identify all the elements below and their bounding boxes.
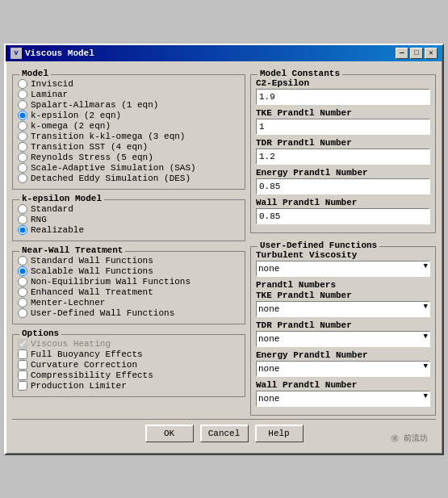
checkbox-curvature-label: Curvature Correction [31, 360, 137, 370]
select-udf-tdr-prandtl[interactable]: none [256, 331, 430, 347]
prandtl-numbers-label: Prandtl Numbers [256, 280, 430, 290]
radio-std-wall-input[interactable] [18, 256, 27, 266]
model-group-title: Model [19, 69, 51, 78]
radio-menter-label: Menter-Lechner [31, 298, 105, 308]
select-udf-energy-prandtl[interactable]: none [256, 361, 430, 377]
radio-transition-kk[interactable]: Transition k-kl-omega (3 eqn) [18, 132, 240, 141]
field-tdr-prandtl-input[interactable] [256, 149, 430, 165]
field-tke-prandtl-label: TKE Prandtl Number [256, 108, 430, 118]
radio-k-omega[interactable]: k-omega (2 eqn) [18, 121, 240, 131]
checkbox-curvature-input[interactable] [18, 360, 27, 370]
radio-transition-sst-label: Transition SST (4 eqn) [31, 142, 148, 152]
radio-sas-input[interactable] [18, 163, 27, 173]
title-buttons: — □ ✕ [396, 48, 438, 59]
select-udf-wall-prandtl[interactable]: none [256, 391, 430, 407]
radio-reynolds-input[interactable] [18, 153, 27, 162]
checkbox-compressibility[interactable]: Compressibility Effects [18, 370, 240, 380]
radio-std-wall-label: Standard Wall Functions [31, 256, 153, 266]
radio-inviscid-input[interactable] [18, 79, 27, 89]
cancel-button[interactable]: Cancel [200, 425, 249, 442]
radio-transition-kk-input[interactable] [18, 132, 27, 141]
radio-enhanced-wall-input[interactable] [18, 287, 27, 297]
checkbox-compressibility-label: Compressibility Effects [31, 370, 153, 380]
field-tdr-prandtl-label: TDR Prandtl Number [256, 138, 430, 148]
select-udf-tke-prandtl-wrapper: none [256, 301, 430, 317]
radio-spalart[interactable]: Spalart-Allmaras (1 eqn) [18, 100, 240, 110]
model-group: Model Inviscid Laminar Spalart-Allmaras … [12, 74, 245, 190]
radio-spalart-input[interactable] [18, 100, 27, 110]
field-tke-prandtl: TKE Prandtl Number [256, 108, 430, 135]
radio-transition-sst-input[interactable] [18, 142, 27, 152]
field-turbulent-viscosity-label: Turbulent Viscosity [256, 250, 430, 260]
k-epsilon-group: k-epsilon Model Standard RNG Realizable [12, 199, 245, 241]
radio-laminar-input[interactable] [18, 90, 27, 99]
radio-rng[interactable]: RNG [18, 215, 240, 224]
ok-button[interactable]: OK [145, 425, 194, 442]
checkbox-production[interactable]: Production Limiter [18, 381, 240, 391]
radio-transition-sst[interactable]: Transition SST (4 eqn) [18, 142, 240, 152]
select-udf-wall-prandtl-wrapper: none [256, 391, 430, 407]
radio-menter-input[interactable] [18, 298, 27, 308]
radio-sas-label: Scale-Adaptive Simulation (SAS) [31, 163, 196, 173]
options-group: Options Viscous Heating Full Buoyancy Ef… [12, 334, 245, 397]
select-udf-tke-prandtl[interactable]: none [256, 301, 430, 317]
checkbox-compressibility-input[interactable] [18, 370, 27, 380]
checkbox-production-label: Production Limiter [31, 381, 127, 391]
select-udf-tdr-prandtl-wrapper: none [256, 331, 430, 347]
radio-user-wall[interactable]: User-Defined Wall Functions [18, 308, 240, 318]
radio-laminar-label: Laminar [31, 90, 68, 99]
field-c2-epsilon-input[interactable] [256, 89, 430, 105]
field-c2-epsilon-label: C2-Epsilon [256, 78, 430, 88]
field-energy-prandtl-input[interactable] [256, 178, 430, 195]
radio-realizable[interactable]: Realizable [18, 225, 240, 235]
radio-realizable-input[interactable] [18, 225, 27, 235]
field-c2-epsilon: C2-Epsilon [256, 78, 430, 105]
field-wall-prandtl-input[interactable] [256, 208, 430, 224]
radio-menter[interactable]: Menter-Lechner [18, 298, 240, 308]
checkbox-viscous-heating[interactable]: Viscous Heating [18, 339, 240, 349]
field-udf-tke-prandtl-label: TKE Prandtl Number [256, 291, 430, 300]
dialog-title: Viscous Model [25, 48, 94, 58]
title-bar: V Viscous Model — □ ✕ [6, 45, 442, 61]
radio-user-wall-input[interactable] [18, 308, 27, 318]
help-button[interactable]: Help [255, 425, 304, 442]
radio-std-wall[interactable]: Standard Wall Functions [18, 256, 240, 266]
radio-rng-input[interactable] [18, 215, 27, 224]
checkbox-buoyancy-input[interactable] [18, 349, 27, 359]
options-group-title: Options [19, 329, 61, 338]
radio-enhanced-wall-label: Enhanced Wall Treatment [31, 287, 153, 297]
radio-inviscid[interactable]: Inviscid [18, 79, 240, 89]
radio-des[interactable]: Detached Eddy Simulation (DES) [18, 174, 240, 183]
select-turbulent-viscosity[interactable]: none [256, 261, 430, 277]
radio-standard-input[interactable] [18, 204, 27, 214]
checkbox-production-input[interactable] [18, 381, 27, 391]
checkbox-curvature[interactable]: Curvature Correction [18, 360, 240, 370]
radio-k-omega-input[interactable] [18, 121, 27, 131]
bottom-bar: OK Cancel Help ㊝ 前流坊 [12, 419, 436, 447]
radio-non-eq-wall-input[interactable] [18, 277, 27, 287]
radio-enhanced-wall[interactable]: Enhanced Wall Treatment [18, 287, 240, 297]
radio-transition-kk-label: Transition k-kl-omega (3 eqn) [31, 132, 185, 141]
radio-scalable-wall-input[interactable] [18, 266, 27, 276]
radio-k-epsilon[interactable]: k-epsilon (2 eqn) [18, 111, 240, 120]
maximize-button[interactable]: □ [410, 48, 423, 59]
checkbox-viscous-heating-input[interactable] [18, 339, 27, 349]
radio-spalart-label: Spalart-Allmaras (1 eqn) [31, 100, 158, 110]
radio-standard[interactable]: Standard [18, 204, 240, 214]
radio-laminar[interactable]: Laminar [18, 90, 240, 99]
radio-des-input[interactable] [18, 174, 27, 183]
field-tke-prandtl-input[interactable] [256, 119, 430, 135]
checkbox-buoyancy[interactable]: Full Buoyancy Effects [18, 349, 240, 359]
radio-des-label: Detached Eddy Simulation (DES) [31, 174, 191, 183]
radio-reynolds[interactable]: Reynolds Stress (5 eqn) [18, 153, 240, 162]
radio-scalable-wall[interactable]: Scalable Wall Functions [18, 266, 240, 276]
field-energy-prandtl: Energy Prandtl Number [256, 168, 430, 195]
model-constants-title: Model Constants [257, 69, 342, 78]
field-wall-prandtl-label: Wall Prandtl Number [256, 198, 430, 207]
close-button[interactable]: ✕ [425, 48, 438, 59]
radio-k-epsilon-input[interactable] [18, 111, 27, 120]
radio-sas[interactable]: Scale-Adaptive Simulation (SAS) [18, 163, 240, 173]
radio-non-eq-wall[interactable]: Non-Equilibrium Wall Functions [18, 277, 240, 287]
minimize-button[interactable]: — [396, 48, 408, 59]
udf-group: User-Defined Functions Turbulent Viscosi… [250, 246, 436, 416]
